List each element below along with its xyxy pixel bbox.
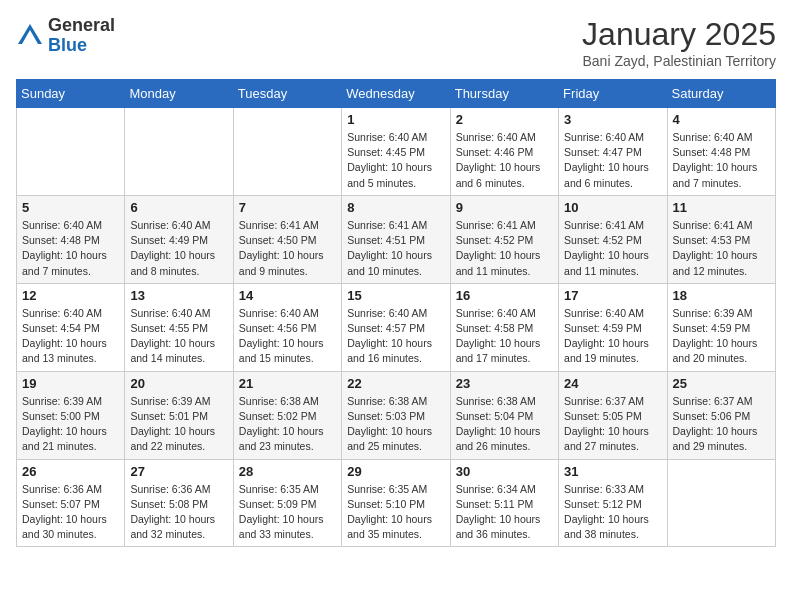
day-number: 30 — [456, 464, 553, 479]
day-info: Sunrise: 6:38 AM Sunset: 5:03 PM Dayligh… — [347, 394, 444, 455]
day-info: Sunrise: 6:40 AM Sunset: 4:48 PM Dayligh… — [673, 130, 770, 191]
day-info: Sunrise: 6:38 AM Sunset: 5:04 PM Dayligh… — [456, 394, 553, 455]
calendar-cell: 31Sunrise: 6:33 AM Sunset: 5:12 PM Dayli… — [559, 459, 667, 547]
day-number: 10 — [564, 200, 661, 215]
day-number: 21 — [239, 376, 336, 391]
day-number: 19 — [22, 376, 119, 391]
calendar-cell: 10Sunrise: 6:41 AM Sunset: 4:52 PM Dayli… — [559, 195, 667, 283]
day-number: 25 — [673, 376, 770, 391]
calendar-week-4: 19Sunrise: 6:39 AM Sunset: 5:00 PM Dayli… — [17, 371, 776, 459]
day-info: Sunrise: 6:40 AM Sunset: 4:48 PM Dayligh… — [22, 218, 119, 279]
day-info: Sunrise: 6:40 AM Sunset: 4:56 PM Dayligh… — [239, 306, 336, 367]
calendar-table: SundayMondayTuesdayWednesdayThursdayFrid… — [16, 79, 776, 547]
day-info: Sunrise: 6:33 AM Sunset: 5:12 PM Dayligh… — [564, 482, 661, 543]
logo-icon — [16, 22, 44, 50]
title-block: January 2025 Bani Zayd, Palestinian Terr… — [582, 16, 776, 69]
calendar-cell: 20Sunrise: 6:39 AM Sunset: 5:01 PM Dayli… — [125, 371, 233, 459]
day-info: Sunrise: 6:37 AM Sunset: 5:05 PM Dayligh… — [564, 394, 661, 455]
day-number: 11 — [673, 200, 770, 215]
day-number: 31 — [564, 464, 661, 479]
calendar-cell: 18Sunrise: 6:39 AM Sunset: 4:59 PM Dayli… — [667, 283, 775, 371]
calendar-cell: 5Sunrise: 6:40 AM Sunset: 4:48 PM Daylig… — [17, 195, 125, 283]
calendar-cell: 21Sunrise: 6:38 AM Sunset: 5:02 PM Dayli… — [233, 371, 341, 459]
calendar-cell: 28Sunrise: 6:35 AM Sunset: 5:09 PM Dayli… — [233, 459, 341, 547]
day-number: 7 — [239, 200, 336, 215]
calendar-cell: 12Sunrise: 6:40 AM Sunset: 4:54 PM Dayli… — [17, 283, 125, 371]
calendar-cell — [667, 459, 775, 547]
calendar-cell: 14Sunrise: 6:40 AM Sunset: 4:56 PM Dayli… — [233, 283, 341, 371]
day-number: 2 — [456, 112, 553, 127]
calendar-cell: 8Sunrise: 6:41 AM Sunset: 4:51 PM Daylig… — [342, 195, 450, 283]
day-number: 15 — [347, 288, 444, 303]
calendar-cell: 15Sunrise: 6:40 AM Sunset: 4:57 PM Dayli… — [342, 283, 450, 371]
calendar-cell: 6Sunrise: 6:40 AM Sunset: 4:49 PM Daylig… — [125, 195, 233, 283]
day-number: 22 — [347, 376, 444, 391]
calendar-cell: 24Sunrise: 6:37 AM Sunset: 5:05 PM Dayli… — [559, 371, 667, 459]
day-number: 1 — [347, 112, 444, 127]
day-number: 28 — [239, 464, 336, 479]
day-number: 13 — [130, 288, 227, 303]
day-info: Sunrise: 6:40 AM Sunset: 4:45 PM Dayligh… — [347, 130, 444, 191]
weekday-header-wednesday: Wednesday — [342, 80, 450, 108]
logo-text: General Blue — [48, 16, 115, 56]
calendar-cell: 30Sunrise: 6:34 AM Sunset: 5:11 PM Dayli… — [450, 459, 558, 547]
day-number: 23 — [456, 376, 553, 391]
weekday-header-thursday: Thursday — [450, 80, 558, 108]
calendar-cell: 26Sunrise: 6:36 AM Sunset: 5:07 PM Dayli… — [17, 459, 125, 547]
day-info: Sunrise: 6:39 AM Sunset: 5:01 PM Dayligh… — [130, 394, 227, 455]
calendar-week-3: 12Sunrise: 6:40 AM Sunset: 4:54 PM Dayli… — [17, 283, 776, 371]
day-number: 4 — [673, 112, 770, 127]
calendar-cell: 4Sunrise: 6:40 AM Sunset: 4:48 PM Daylig… — [667, 108, 775, 196]
day-number: 5 — [22, 200, 119, 215]
weekday-header-row: SundayMondayTuesdayWednesdayThursdayFrid… — [17, 80, 776, 108]
calendar-cell: 2Sunrise: 6:40 AM Sunset: 4:46 PM Daylig… — [450, 108, 558, 196]
day-info: Sunrise: 6:40 AM Sunset: 4:54 PM Dayligh… — [22, 306, 119, 367]
weekday-header-tuesday: Tuesday — [233, 80, 341, 108]
day-info: Sunrise: 6:35 AM Sunset: 5:10 PM Dayligh… — [347, 482, 444, 543]
calendar-cell: 7Sunrise: 6:41 AM Sunset: 4:50 PM Daylig… — [233, 195, 341, 283]
day-info: Sunrise: 6:39 AM Sunset: 5:00 PM Dayligh… — [22, 394, 119, 455]
day-number: 14 — [239, 288, 336, 303]
day-number: 26 — [22, 464, 119, 479]
day-info: Sunrise: 6:41 AM Sunset: 4:51 PM Dayligh… — [347, 218, 444, 279]
calendar-cell: 25Sunrise: 6:37 AM Sunset: 5:06 PM Dayli… — [667, 371, 775, 459]
weekday-header-saturday: Saturday — [667, 80, 775, 108]
day-info: Sunrise: 6:40 AM Sunset: 4:58 PM Dayligh… — [456, 306, 553, 367]
day-info: Sunrise: 6:41 AM Sunset: 4:52 PM Dayligh… — [564, 218, 661, 279]
day-info: Sunrise: 6:40 AM Sunset: 4:46 PM Dayligh… — [456, 130, 553, 191]
day-info: Sunrise: 6:38 AM Sunset: 5:02 PM Dayligh… — [239, 394, 336, 455]
calendar-cell: 23Sunrise: 6:38 AM Sunset: 5:04 PM Dayli… — [450, 371, 558, 459]
weekday-header-sunday: Sunday — [17, 80, 125, 108]
weekday-header-friday: Friday — [559, 80, 667, 108]
day-number: 3 — [564, 112, 661, 127]
weekday-header-monday: Monday — [125, 80, 233, 108]
day-info: Sunrise: 6:40 AM Sunset: 4:59 PM Dayligh… — [564, 306, 661, 367]
calendar-cell: 19Sunrise: 6:39 AM Sunset: 5:00 PM Dayli… — [17, 371, 125, 459]
day-info: Sunrise: 6:36 AM Sunset: 5:07 PM Dayligh… — [22, 482, 119, 543]
location-subtitle: Bani Zayd, Palestinian Territory — [582, 53, 776, 69]
calendar-cell: 27Sunrise: 6:36 AM Sunset: 5:08 PM Dayli… — [125, 459, 233, 547]
day-info: Sunrise: 6:40 AM Sunset: 4:55 PM Dayligh… — [130, 306, 227, 367]
day-number: 18 — [673, 288, 770, 303]
logo: General Blue — [16, 16, 115, 56]
month-title: January 2025 — [582, 16, 776, 53]
calendar-cell: 3Sunrise: 6:40 AM Sunset: 4:47 PM Daylig… — [559, 108, 667, 196]
day-number: 9 — [456, 200, 553, 215]
calendar-cell: 11Sunrise: 6:41 AM Sunset: 4:53 PM Dayli… — [667, 195, 775, 283]
day-info: Sunrise: 6:36 AM Sunset: 5:08 PM Dayligh… — [130, 482, 227, 543]
day-info: Sunrise: 6:41 AM Sunset: 4:52 PM Dayligh… — [456, 218, 553, 279]
calendar-week-2: 5Sunrise: 6:40 AM Sunset: 4:48 PM Daylig… — [17, 195, 776, 283]
day-info: Sunrise: 6:37 AM Sunset: 5:06 PM Dayligh… — [673, 394, 770, 455]
calendar-cell: 9Sunrise: 6:41 AM Sunset: 4:52 PM Daylig… — [450, 195, 558, 283]
calendar-cell: 16Sunrise: 6:40 AM Sunset: 4:58 PM Dayli… — [450, 283, 558, 371]
day-info: Sunrise: 6:39 AM Sunset: 4:59 PM Dayligh… — [673, 306, 770, 367]
day-info: Sunrise: 6:41 AM Sunset: 4:50 PM Dayligh… — [239, 218, 336, 279]
day-info: Sunrise: 6:35 AM Sunset: 5:09 PM Dayligh… — [239, 482, 336, 543]
calendar-cell — [17, 108, 125, 196]
calendar-cell: 13Sunrise: 6:40 AM Sunset: 4:55 PM Dayli… — [125, 283, 233, 371]
calendar-cell: 29Sunrise: 6:35 AM Sunset: 5:10 PM Dayli… — [342, 459, 450, 547]
day-number: 12 — [22, 288, 119, 303]
day-number: 29 — [347, 464, 444, 479]
day-number: 8 — [347, 200, 444, 215]
day-info: Sunrise: 6:40 AM Sunset: 4:49 PM Dayligh… — [130, 218, 227, 279]
